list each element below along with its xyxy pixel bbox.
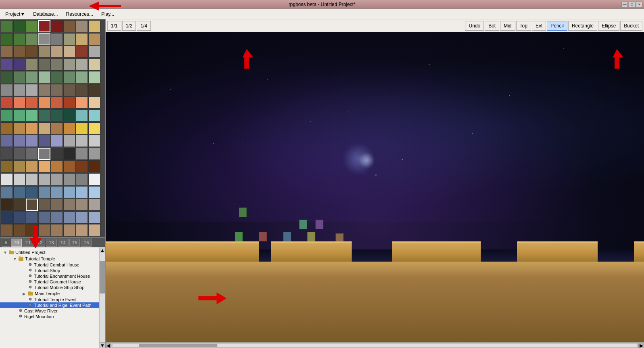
tile[interactable] (51, 46, 63, 58)
tile[interactable] (38, 160, 50, 172)
tile[interactable] (13, 224, 25, 236)
tile[interactable] (76, 199, 88, 211)
layer-tab-t1[interactable]: T1 (23, 239, 33, 247)
tree-item-tutorial-temple-event[interactable]: Tutorial Temple Event (0, 297, 105, 302)
tile[interactable] (88, 46, 100, 58)
tile[interactable] (63, 46, 75, 58)
tile[interactable] (38, 224, 50, 236)
tile[interactable] (26, 109, 38, 122)
tile[interactable] (63, 96, 75, 109)
tile[interactable] (76, 122, 88, 134)
layer-tab-t2[interactable]: T2 (34, 239, 45, 247)
undo-button[interactable]: Undo (465, 21, 484, 31)
tile[interactable] (38, 84, 50, 96)
tile[interactable] (51, 20, 63, 32)
tree-item-gast-wave-river[interactable]: Gast Wave River (0, 308, 105, 314)
tile[interactable] (51, 135, 63, 147)
scrollbar-track[interactable] (112, 344, 638, 348)
tile[interactable] (51, 212, 63, 224)
tile[interactable] (63, 212, 75, 224)
tile[interactable] (13, 122, 25, 134)
menu-project[interactable]: Project▼ (2, 10, 29, 19)
tile[interactable] (26, 135, 38, 147)
tile[interactable] (76, 20, 88, 32)
tile[interactable] (76, 71, 88, 83)
tile[interactable] (88, 160, 100, 172)
tile[interactable] (26, 46, 38, 58)
tile[interactable] (26, 224, 38, 236)
tile[interactable] (63, 33, 75, 45)
tree-item-tutorial-gorumet-house[interactable]: Tutorial Gorumet House (0, 279, 105, 285)
tile[interactable] (13, 148, 25, 160)
scroll-right-button[interactable]: ▶ (638, 343, 644, 348)
horizontal-scrollbar[interactable]: ◀ ▶ (106, 342, 644, 348)
tile[interactable] (51, 160, 63, 172)
tile[interactable] (13, 199, 25, 211)
tile[interactable] (51, 96, 63, 109)
tile[interactable] (26, 84, 38, 96)
tree-item-tutorial-temple[interactable]: ▼Tutorial Temple (0, 256, 105, 262)
tile[interactable] (51, 84, 63, 96)
tile[interactable] (51, 173, 63, 185)
tile[interactable] (76, 135, 88, 147)
tile[interactable] (1, 109, 13, 122)
tree-item-tutorial-mobile-ship-shop[interactable]: Tutorial Mobile Ship Shop (0, 285, 105, 290)
tile[interactable] (88, 224, 100, 236)
tile[interactable] (26, 199, 38, 211)
tile[interactable] (63, 160, 75, 172)
tile[interactable] (76, 109, 88, 122)
project-tree[interactable]: ▲ ▼ ▼Untitled Project▼Tutorial Temple Tu… (0, 247, 105, 348)
top-button[interactable]: Top (516, 21, 531, 31)
menu-resources[interactable]: Resources... (63, 10, 97, 19)
tile[interactable] (1, 33, 13, 45)
tile[interactable] (51, 186, 63, 198)
tile[interactable] (13, 186, 25, 198)
tile[interactable] (88, 173, 100, 185)
canvas-area[interactable]: ◀ ▶ (106, 32, 644, 348)
zoom-1-2-button[interactable]: 1/2 (122, 21, 136, 31)
scrollbar-thumb[interactable] (139, 344, 217, 347)
tile[interactable] (63, 224, 75, 236)
tile[interactable] (38, 59, 50, 71)
tile[interactable] (76, 148, 88, 160)
tile[interactable] (76, 59, 88, 71)
tile[interactable] (1, 148, 13, 160)
tile[interactable] (38, 148, 50, 160)
tree-scroll-down-button[interactable]: ▼ (100, 342, 105, 348)
scroll-left-button[interactable]: ◀ (106, 343, 111, 348)
tile[interactable] (26, 173, 38, 185)
tile[interactable] (88, 84, 100, 96)
tile[interactable] (88, 186, 100, 198)
tile[interactable] (88, 59, 100, 71)
menu-database[interactable]: Database... (29, 10, 61, 19)
layer-tab-a[interactable]: A (2, 239, 10, 247)
tile[interactable] (51, 224, 63, 236)
tile[interactable] (63, 59, 75, 71)
tree-item-rigel-mountain[interactable]: Rigel Mountain (0, 314, 105, 319)
pencil-button[interactable]: Pencil (547, 21, 567, 31)
tile[interactable] (63, 109, 75, 122)
tile[interactable] (38, 173, 50, 185)
tile[interactable] (51, 33, 63, 45)
tile[interactable] (1, 71, 13, 83)
tile[interactable] (1, 135, 13, 147)
layer-tab-t3[interactable]: T3 (46, 239, 57, 247)
tile[interactable] (26, 148, 38, 160)
tile[interactable] (51, 71, 63, 83)
tile[interactable] (88, 33, 100, 45)
evt-button[interactable]: Evt (532, 21, 546, 31)
tree-item-tutorial-rigel-event-path[interactable]: Tutorial and Rigel Event Path (0, 302, 105, 308)
tile[interactable] (88, 20, 100, 32)
layer-tab-t4[interactable]: T4 (58, 239, 69, 247)
tile-grid[interactable] (0, 19, 105, 237)
tile[interactable] (38, 46, 50, 58)
tile[interactable] (1, 173, 13, 185)
tree-item-tutorial-shop[interactable]: Tutorial Shop (0, 268, 105, 273)
tile[interactable] (1, 96, 13, 109)
tree-item-tutorial-enchantment-house[interactable]: Tutorial Enchantment House (0, 273, 105, 279)
tile[interactable] (76, 46, 88, 58)
tile[interactable] (63, 199, 75, 211)
tile[interactable] (51, 109, 63, 122)
tile[interactable] (26, 212, 38, 224)
tile[interactable] (13, 71, 25, 83)
